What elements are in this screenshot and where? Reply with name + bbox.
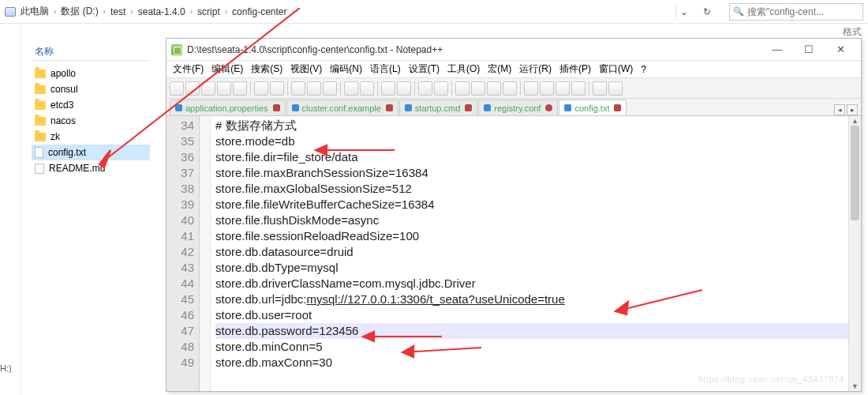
toolbar-button[interactable] <box>307 81 321 96</box>
breadcrumb-seg[interactable]: config-center <box>232 6 286 17</box>
minimize-button[interactable]: — <box>761 39 793 61</box>
explorer-search-box[interactable]: 🔍 <box>729 3 863 21</box>
scroll-down-icon[interactable]: ▼ <box>849 382 861 391</box>
toolbar-button[interactable] <box>455 81 470 96</box>
code-line[interactable]: store.file.dir=file_store/data <box>215 149 848 165</box>
menu-item[interactable]: 视图(V) <box>290 62 322 76</box>
scrollbar-thumb[interactable] <box>851 126 859 220</box>
toolbar-button[interactable] <box>323 81 337 96</box>
menubar: 文件(F)编辑(E)搜索(S)视图(V)编码(N)语言(L)设置(T)工具(O)… <box>166 61 861 78</box>
code-line[interactable]: store.file.fileWriteBufferCacheSize=1638… <box>215 197 848 213</box>
code-line[interactable]: store.db.driverClassName=com.mysql.jdbc.… <box>215 276 848 292</box>
toolbar-button[interactable] <box>556 81 570 96</box>
menu-item[interactable]: 文件(F) <box>173 62 204 76</box>
fold-strip[interactable] <box>200 116 211 391</box>
document-tab[interactable]: registry.conf <box>478 100 558 115</box>
breadcrumb-seg[interactable]: 此电脑 <box>21 5 49 18</box>
toolbar-button[interactable] <box>270 81 284 96</box>
toolbar-button[interactable] <box>418 81 432 96</box>
close-tab-icon[interactable] <box>545 104 552 111</box>
refresh-button[interactable]: ↻ <box>696 6 718 17</box>
code-line[interactable]: store.mode=db <box>215 134 848 149</box>
list-item[interactable]: etcd3 <box>32 97 150 113</box>
code-line[interactable]: store.db.password=123456 <box>215 323 848 339</box>
menu-item[interactable]: 运行(R) <box>519 62 552 76</box>
menu-item[interactable]: 编辑(E) <box>211 62 243 76</box>
document-tab[interactable]: config.txt <box>559 100 627 115</box>
document-tab[interactable]: startup.cmd <box>399 100 477 115</box>
menu-item[interactable]: ? <box>641 64 646 75</box>
editor-area[interactable]: 34353637383940414243444546474849 # 数据存储方… <box>166 116 861 391</box>
list-item[interactable]: config.txt <box>32 145 150 160</box>
code-line[interactable]: store.db.maxConn=30 <box>215 355 848 371</box>
tab-scroll-right[interactable]: ▸ <box>847 104 858 115</box>
code-line[interactable]: # 数据存储方式 <box>215 118 848 134</box>
menu-item[interactable]: 窗口(W) <box>599 62 633 76</box>
code-line[interactable]: store.db.url=jdbc:mysql://127.0.0.1:3306… <box>215 292 848 307</box>
history-dropdown-button[interactable]: ⌄ <box>675 3 691 21</box>
list-item[interactable]: apollo <box>32 66 150 81</box>
menu-item[interactable]: 插件(P) <box>559 62 591 76</box>
toolbar-button[interactable] <box>487 81 501 96</box>
code-line[interactable]: store.db.dbType=mysql <box>215 260 848 276</box>
toolbar-button[interactable] <box>593 81 607 96</box>
list-item[interactable]: consul <box>32 81 150 97</box>
close-tab-icon[interactable] <box>465 104 472 111</box>
menu-item[interactable]: 编码(N) <box>330 62 362 76</box>
breadcrumb-seg[interactable]: 数据 (D:) <box>61 5 98 18</box>
toolbar-button[interactable] <box>608 81 623 96</box>
code-line[interactable]: store.db.datasource=druid <box>215 244 848 260</box>
breadcrumb-seg[interactable]: test <box>110 6 125 17</box>
toolbar-button[interactable] <box>503 81 517 96</box>
menu-item[interactable]: 搜索(S) <box>251 62 282 76</box>
close-tab-icon[interactable] <box>273 104 280 111</box>
toolbar-button[interactable] <box>471 81 485 96</box>
toolbar-button[interactable] <box>524 81 538 96</box>
close-button[interactable]: ✕ <box>825 39 856 61</box>
code-line[interactable]: store.db.user=root <box>215 307 848 323</box>
code-line[interactable]: store.file.maxGlobalSessionSize=512 <box>215 181 848 197</box>
window-titlebar[interactable]: D:\test\seata-1.4.0\script\config-center… <box>166 39 861 61</box>
close-tab-icon[interactable] <box>614 104 621 111</box>
breadcrumb-seg[interactable]: script <box>197 6 220 17</box>
close-tab-icon[interactable] <box>386 104 393 111</box>
list-item[interactable]: nacos <box>32 113 150 129</box>
list-item[interactable]: zk <box>32 129 150 145</box>
column-header-name[interactable]: 名称 <box>32 43 150 61</box>
list-item-label: etcd3 <box>51 100 73 111</box>
document-tab[interactable]: cluster.conf.example <box>286 100 398 115</box>
markdown-file-icon <box>35 164 44 174</box>
menu-item[interactable]: 工具(O) <box>447 62 480 76</box>
scroll-up-icon[interactable]: ▲ <box>849 116 861 126</box>
menu-item[interactable]: 宏(M) <box>488 62 511 76</box>
toolbar-button[interactable] <box>397 81 411 96</box>
code-line[interactable]: store.db.minConn=5 <box>215 339 848 355</box>
breadcrumb-seg[interactable]: seata-1.4.0 <box>138 6 185 17</box>
list-item[interactable]: README.md <box>32 160 150 176</box>
toolbar-button[interactable] <box>344 81 358 96</box>
toolbar-button[interactable] <box>185 81 200 96</box>
toolbar-button[interactable] <box>233 81 247 96</box>
code-line[interactable]: store.file.maxBranchSessionSize=16384 <box>215 165 848 181</box>
code-content[interactable]: # 数据存储方式store.mode=dbstore.file.dir=file… <box>211 116 848 391</box>
toolbar-button[interactable] <box>434 81 448 96</box>
panel-divider[interactable] <box>21 24 21 395</box>
maximize-button[interactable]: ☐ <box>793 39 825 61</box>
toolbar-button[interactable] <box>381 81 395 96</box>
code-line[interactable]: store.file.sessionReloadReadSize=100 <box>215 228 848 244</box>
toolbar-button[interactable] <box>254 81 268 96</box>
toolbar-button[interactable] <box>217 81 231 96</box>
document-tab[interactable]: application.properties <box>170 100 286 115</box>
code-line[interactable]: store.file.flushDiskMode=async <box>215 213 848 228</box>
search-input[interactable] <box>747 6 859 17</box>
tab-scroll-left[interactable]: ◂ <box>834 104 845 115</box>
toolbar-button[interactable] <box>540 81 554 96</box>
menu-item[interactable]: 设置(T) <box>409 62 440 76</box>
toolbar-button[interactable] <box>201 81 215 96</box>
vertical-scrollbar[interactable]: ▲ ▼ <box>848 116 861 391</box>
toolbar-button[interactable] <box>360 81 374 96</box>
menu-item[interactable]: 语言(L) <box>370 62 401 76</box>
toolbar-button[interactable] <box>170 81 184 96</box>
toolbar-button[interactable] <box>571 81 586 96</box>
toolbar-button[interactable] <box>291 81 305 96</box>
